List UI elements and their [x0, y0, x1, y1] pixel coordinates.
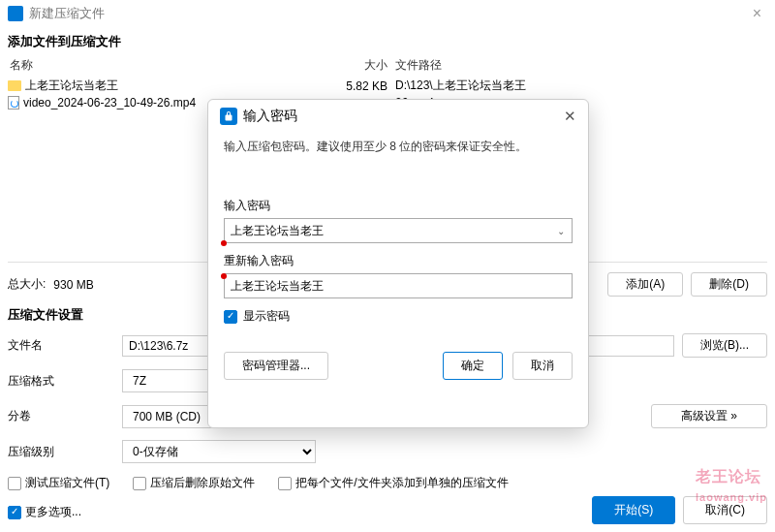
file-name: video_2024-06-23_10-49-26.mp4: [23, 96, 196, 110]
confirm-password-input[interactable]: [224, 273, 573, 298]
show-password-label: 显示密码: [243, 308, 290, 325]
split-label: 分卷: [8, 408, 114, 424]
file-path: D:\123\上老王论坛当老王: [395, 78, 767, 94]
password-manager-button[interactable]: 密码管理器...: [224, 352, 328, 380]
password-label: 输入密码: [224, 198, 573, 214]
password-input[interactable]: [224, 218, 573, 243]
app-icon: [8, 6, 23, 21]
dialog-cancel-button[interactable]: 取消: [512, 352, 573, 380]
chevron-down-icon[interactable]: ⌄: [557, 226, 565, 236]
col-header-size[interactable]: 大小: [337, 57, 395, 74]
password-dialog: 输入密码 ✕ 输入压缩包密码。建议使用至少 8 位的密码来保证安全性。 输入密码…: [207, 99, 589, 428]
more-options-label: 更多选项...: [25, 504, 81, 520]
show-password-checkbox[interactable]: [224, 310, 237, 324]
total-size-label: 总大小:: [8, 276, 46, 293]
section-add-files-header: 添加文件到压缩文件: [0, 27, 775, 54]
start-button[interactable]: 开始(S): [592, 496, 675, 524]
filelist-header: 名称 大小 文件路径: [0, 54, 775, 77]
video-file-icon: [8, 96, 19, 110]
more-options-toggle[interactable]: 更多选项...: [8, 504, 81, 520]
dialog-description: 输入压缩包密码。建议使用至少 8 位的密码来保证安全性。: [224, 139, 573, 198]
ok-button[interactable]: 确定: [443, 352, 503, 380]
file-size: 5.82 KB: [337, 79, 395, 93]
dialog-title: 输入密码: [243, 108, 564, 125]
checkbox-label: 把每个文件/文件夹添加到单独的压缩文件: [295, 475, 508, 491]
col-header-name[interactable]: 名称: [8, 57, 337, 74]
file-row[interactable]: 上老王论坛当老王 5.82 KB D:\123\上老王论坛当老王: [8, 77, 767, 95]
checkbox-label: 压缩后删除原始文件: [150, 475, 255, 491]
filename-label: 文件名: [8, 337, 114, 354]
file-name: 上老王论坛当老王: [25, 78, 118, 94]
window-titlebar: 新建压缩文件 ×: [0, 0, 775, 27]
delete-after-checkbox[interactable]: 压缩后删除原始文件: [133, 475, 255, 491]
dialog-close-button[interactable]: ✕: [564, 108, 576, 125]
level-select[interactable]: 0-仅存储: [122, 440, 316, 463]
browse-button[interactable]: 浏览(B)...: [682, 333, 767, 358]
level-label: 压缩级别: [8, 444, 114, 460]
chevron-down-icon: [8, 506, 21, 519]
checkbox-icon: [8, 477, 21, 490]
checkbox-label: 测试压缩文件(T): [25, 475, 109, 491]
format-label: 压缩格式: [8, 373, 114, 390]
checkbox-icon: [278, 477, 292, 490]
window-title: 新建压缩文件: [29, 5, 747, 22]
separate-archives-checkbox[interactable]: 把每个文件/文件夹添加到单独的压缩文件: [278, 475, 508, 491]
remove-button[interactable]: 删除(D): [691, 272, 767, 297]
checkbox-icon: [133, 477, 146, 490]
advanced-button[interactable]: 高级设置 »: [651, 404, 767, 428]
folder-icon: [8, 80, 21, 91]
window-close-button[interactable]: ×: [747, 5, 767, 22]
add-button[interactable]: 添加(A): [607, 272, 683, 297]
lock-icon: [220, 108, 237, 125]
cancel-button[interactable]: 取消(C): [683, 496, 767, 524]
col-header-path[interactable]: 文件路径: [395, 57, 767, 74]
test-archive-checkbox[interactable]: 测试压缩文件(T): [8, 475, 109, 491]
confirm-password-label: 重新输入密码: [224, 253, 573, 269]
